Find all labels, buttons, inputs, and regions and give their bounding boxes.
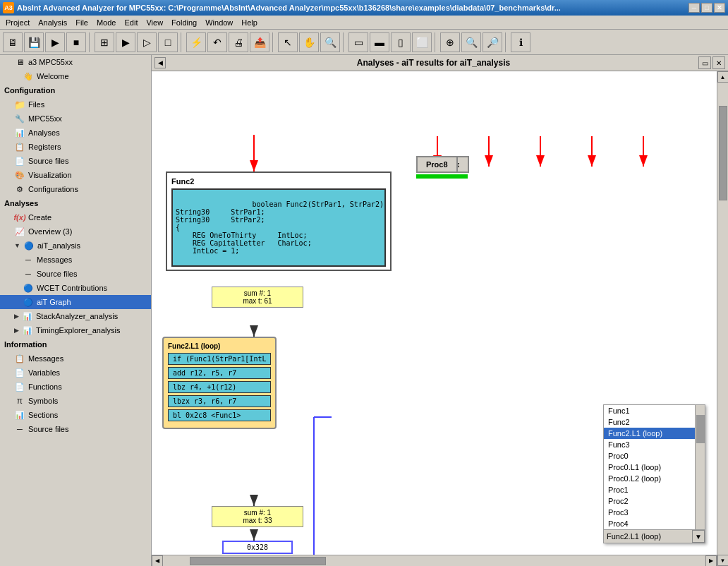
tb-zoom-in[interactable]: 🔍 [461,32,481,52]
tb-help[interactable]: ℹ [511,32,530,52]
tab-close-btn[interactable]: ✕ [712,56,725,69]
close-button[interactable]: ✕ [714,3,725,13]
instr-3: lbzx r3, r6, r7 [168,395,271,407]
dropdown-item-9[interactable]: Proc3 [604,507,705,518]
tb-play2[interactable]: ▶ [116,32,135,52]
sidebar-ait-analysis[interactable]: ▼ 🔵 aiT_analysis [0,239,151,253]
dropdown-arrow-btn[interactable]: ▼ [692,530,705,543]
instr-4: bl 0x2c8 <Func1> [168,409,271,421]
welcome-icon: 👋 [23,71,34,82]
addr-container: 0x328 [222,541,293,554]
sidebar-source-files-info[interactable]: ─ Source files [0,422,151,436]
maximize-button[interactable]: □ [701,3,712,13]
menu-help[interactable]: Help [237,17,262,28]
dropdown-scrollbar[interactable] [695,405,705,529]
sidebar-messages[interactable]: ─ Messages [0,253,151,267]
app-icon: A3 [3,2,14,13]
proc8-bar [416,174,457,179]
sidebar-ait-label: aiT_analysis [37,241,80,250]
sidebar-stack-label: StackAnalyzer_analysis [36,312,118,320]
menu-analysis[interactable]: Analysis [34,17,71,28]
section-analyses: Analyses [0,196,151,210]
sidebar-timing-explorer[interactable]: ▶ 📊 TimingExplorer_analysis [0,323,151,337]
sidebar-symbols[interactable]: π Symbols [0,394,151,408]
functions-icon: 📄 [14,381,25,392]
sidebar-ait-graph[interactable]: 🔵 aiT Graph [0,295,151,309]
dropdown-item-1[interactable]: Func2 [604,416,705,428]
menu-project[interactable]: Project [1,17,34,28]
graph-canvas[interactable]: Proc4 Proc2 [152,71,717,555]
stack-expand-icon: ▶ [14,313,19,320]
tb-zoom-fit[interactable]: ⊕ [440,32,460,52]
tb-undo[interactable]: ↶ [207,32,227,52]
tb-play[interactable]: ▶ [45,32,65,52]
sidebar-overview-label: Overview (3) [28,227,72,236]
tb-rect4[interactable]: ⬜ [412,32,432,52]
sidebar-create[interactable]: f(x) Create [0,210,151,224]
dropdown-item-8[interactable]: Proc2 [604,495,705,507]
menu-mode[interactable]: Mode [92,17,121,28]
graph-scroll-container: Proc4 Proc2 [152,71,728,566]
sidebar-analyses[interactable]: 📊 Analyses [0,126,151,140]
dropdown-item-3[interactable]: Func3 [604,439,705,450]
h-scroll-track[interactable] [163,557,705,565]
h-scroll-left[interactable]: ◀ [152,555,163,567]
menu-view[interactable]: View [142,17,167,28]
tb-rect2[interactable]: ▬ [370,32,389,52]
sidebar-files[interactable]: 📁 Files [0,97,151,112]
tb-export[interactable]: 📤 [250,32,269,52]
tb-zoom-out[interactable]: 🔎 [483,32,502,52]
tb-save[interactable]: 💾 [24,32,44,52]
func2-wrapper: Func2 boolean Func2(StrPar1, StrPar2) St… [166,171,392,271]
sidebar-wcet[interactable]: 🔵 WCET Contributions [0,281,151,295]
tb-play3[interactable]: ▷ [137,32,157,52]
menu-window[interactable]: Window [201,17,237,28]
tb-btn-empty[interactable]: □ [158,32,178,52]
tb-hand[interactable]: ✋ [299,32,319,52]
sum1-line1: sum #: 1 [218,289,297,297]
h-scroll-right[interactable]: ▶ [705,555,717,567]
dropdown-item-10[interactable]: Proc4 [604,518,705,529]
sidebar-visualization[interactable]: 🎨 Visualization [0,168,151,182]
sidebar-overview[interactable]: 📈 Overview (3) [0,224,151,239]
dropdown-item-2[interactable]: Func2.L1 (loop) [604,428,705,439]
sidebar-registers[interactable]: 📋 Registers [0,140,151,154]
tb-btn-1[interactable]: 🖥 [3,32,23,52]
sidebar-stack-analyzer[interactable]: ▶ 📊 StackAnalyzer_analysis [0,309,151,323]
tb-grid[interactable]: ⊞ [95,32,114,52]
tb-rect1[interactable]: ▭ [348,32,368,52]
analyses-icon: 📊 [14,127,25,138]
tb-search[interactable]: 🔍 [320,32,340,52]
sidebar-messages-info[interactable]: 📋 Messages [0,351,151,366]
menu-folding[interactable]: Folding [167,17,201,28]
tb-stop[interactable]: ■ [66,32,86,52]
v-scroll-down[interactable]: ▼ [717,555,729,566]
sidebar-welcome[interactable]: 👋 Welcome [0,69,151,83]
tb-analyze[interactable]: ⚡ [186,32,206,52]
tb-cursor[interactable]: ↖ [278,32,298,52]
tab-nav-left[interactable]: ◀ [154,57,166,68]
dropdown-item-5[interactable]: Proc0.L1 (loop) [604,462,705,473]
minimize-button[interactable]: ─ [688,3,700,13]
dropdown-item-7[interactable]: Proc1 [604,484,705,495]
sidebar-root[interactable]: 🖥 a3 MPC55xx [0,55,151,69]
sidebar-functions[interactable]: 📄 Functions [0,380,151,394]
menu-edit[interactable]: Edit [120,17,142,28]
dropdown-item-0[interactable]: Func1 [604,405,705,416]
dropdown-item-4[interactable]: Proc0 [604,450,705,462]
sidebar-configurations[interactable]: ⚙ Configurations [0,182,151,196]
menu-file[interactable]: File [71,17,92,28]
tab-restore-btn[interactable]: ▭ [698,56,711,69]
sidebar-sections[interactable]: 📊 Sections [0,408,151,422]
title-bar-text: AbsInt Advanced Analyzer for MPC55xx: C:… [17,4,688,12]
sidebar-variables[interactable]: 📄 Variables [0,366,151,380]
instr-2: lbz r4, +1(r12) [168,381,271,393]
tb-print[interactable]: 🖨 [229,32,248,52]
v-scroll-track[interactable] [719,83,727,555]
v-scroll-up[interactable]: ▲ [717,71,729,83]
tb-rect3[interactable]: ▯ [391,32,411,52]
sidebar-mpc55xx[interactable]: 🔧 MPC55xx [0,112,151,126]
sidebar-source-files-ait[interactable]: ─ Source files [0,267,151,281]
sidebar-source-files-config[interactable]: 📄 Source files [0,154,151,168]
dropdown-item-6[interactable]: Proc0.L2 (loop) [604,473,705,484]
